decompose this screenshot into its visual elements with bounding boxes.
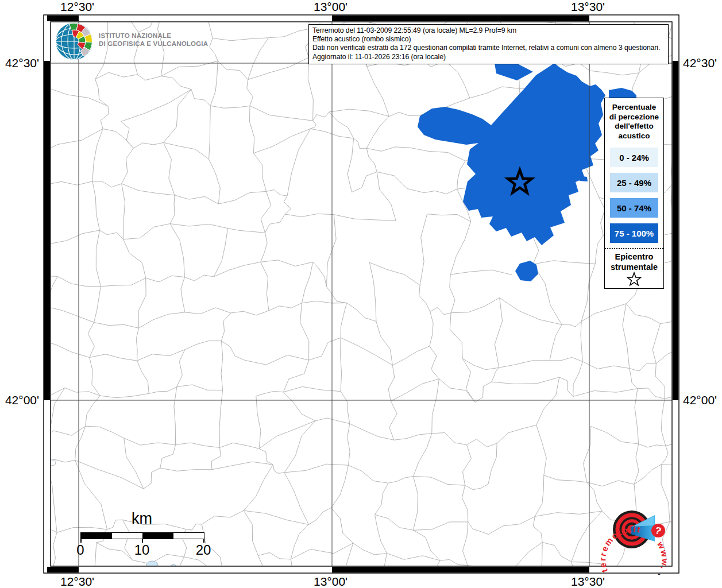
legend-title: Percentuale di percezione dell'effetto a… xyxy=(605,103,663,141)
coordinate-label: 42°00' xyxy=(683,393,717,407)
coordinate-label: 42°30' xyxy=(1,56,39,70)
scale-segment xyxy=(112,533,143,539)
legend-class-0-24: 0 - 24% xyxy=(610,148,658,167)
frame-band xyxy=(673,61,678,400)
scale-tick-label: 0 xyxy=(76,542,84,558)
scale-segment xyxy=(142,533,173,539)
ingv-logo: ISTITUTO NAZIONALE DI GEOFISICA E VULCAN… xyxy=(54,22,267,62)
epicenter-star-icon xyxy=(626,272,643,288)
info-line-event: Terremoto del 11-03-2009 22:55:49 (ora l… xyxy=(312,26,665,35)
coordinate-label: 13°00' xyxy=(314,0,348,14)
legend-epicenter-label: Epicentro strumentale xyxy=(605,252,663,272)
scale-segment xyxy=(81,533,112,539)
frame-band xyxy=(47,567,79,572)
legend: Percentuale di percezione dell'effetto a… xyxy=(604,98,664,289)
info-line-data: Dati non verificati estratti da 172 ques… xyxy=(312,44,665,52)
frame-band xyxy=(44,61,50,400)
ingv-globe-icon xyxy=(54,22,95,62)
info-line-effect: Effetto acustico (rombo sismico) xyxy=(312,35,665,44)
frame-band xyxy=(332,567,589,572)
coordinate-label: 13°00' xyxy=(314,575,348,588)
legend-class-50-74: 50 - 74% xyxy=(610,198,658,218)
legend-divider xyxy=(605,248,663,249)
coordinate-label: 42°30' xyxy=(683,56,717,70)
lake xyxy=(171,564,176,569)
scale-tick-label: 10 xyxy=(134,542,150,558)
frame-band xyxy=(47,16,79,21)
legend-class-75-100: 75 - 100% xyxy=(610,223,658,243)
ingv-line1: ISTITUTO NAZIONALE xyxy=(99,32,208,40)
coordinate-label: 12°30' xyxy=(60,575,94,588)
lake xyxy=(48,460,56,466)
frame-band xyxy=(332,16,589,21)
coordinate-label: 12°30' xyxy=(60,0,94,14)
haisentitoilterremoto-logo: ? www. haisentitoil terremoto.it xyxy=(593,489,677,575)
scale-segment xyxy=(173,533,204,539)
legend-class-25-49: 25 - 49% xyxy=(610,173,658,192)
earthquake-info-box: Terremoto del 11-03-2009 22:55:49 (ora l… xyxy=(308,24,669,64)
info-line-updated: Aggiornato il: 11-01-2026 23:16 (ora loc… xyxy=(312,53,665,61)
scale-tick-label: 20 xyxy=(196,542,211,558)
ingv-line2: DI GEOFISICA E VULCANOLOGIA xyxy=(99,40,208,48)
map-page: { "branding": { "ingv": { "line1": "ISTI… xyxy=(0,0,722,588)
coordinate-label: 42°00' xyxy=(1,393,39,407)
lake xyxy=(146,561,158,569)
scale-unit-label: km xyxy=(80,510,203,528)
coordinate-label: 13°30' xyxy=(571,575,605,588)
ingv-wordmark: ISTITUTO NAZIONALE DI GEOFISICA E VULCAN… xyxy=(99,32,208,48)
coordinate-label: 13°30' xyxy=(571,0,605,14)
